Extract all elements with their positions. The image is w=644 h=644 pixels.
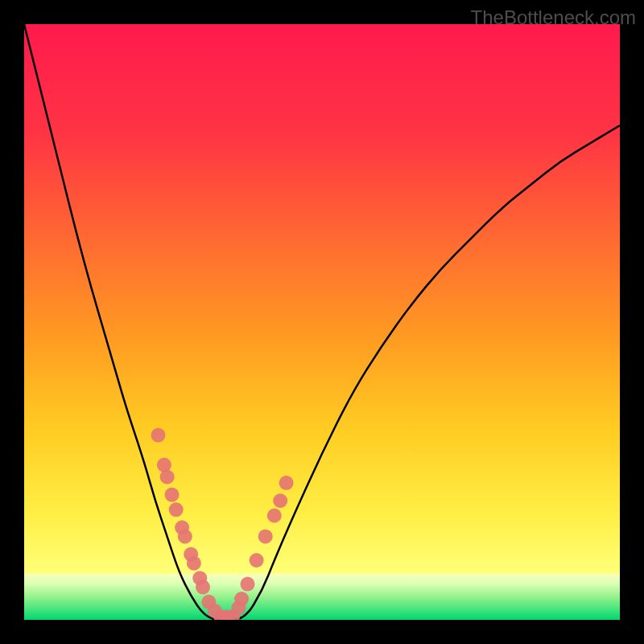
data-point bbox=[187, 556, 201, 571]
data-points-group bbox=[151, 428, 294, 620]
data-point bbox=[250, 553, 264, 568]
curve-layer bbox=[24, 24, 620, 620]
data-point bbox=[165, 488, 180, 502]
data-point bbox=[273, 493, 287, 508]
data-point bbox=[234, 592, 249, 606]
data-point bbox=[178, 529, 192, 543]
bottleneck-curve bbox=[24, 24, 620, 620]
data-point bbox=[169, 502, 184, 517]
data-point bbox=[267, 509, 282, 523]
data-point bbox=[151, 428, 166, 443]
data-point bbox=[258, 529, 273, 543]
data-point bbox=[279, 476, 294, 490]
watermark-text: TheBottleneck.com bbox=[471, 6, 636, 29]
data-point bbox=[196, 580, 210, 594]
data-point bbox=[241, 577, 255, 592]
data-point bbox=[160, 469, 175, 484]
plot-area bbox=[24, 24, 620, 620]
